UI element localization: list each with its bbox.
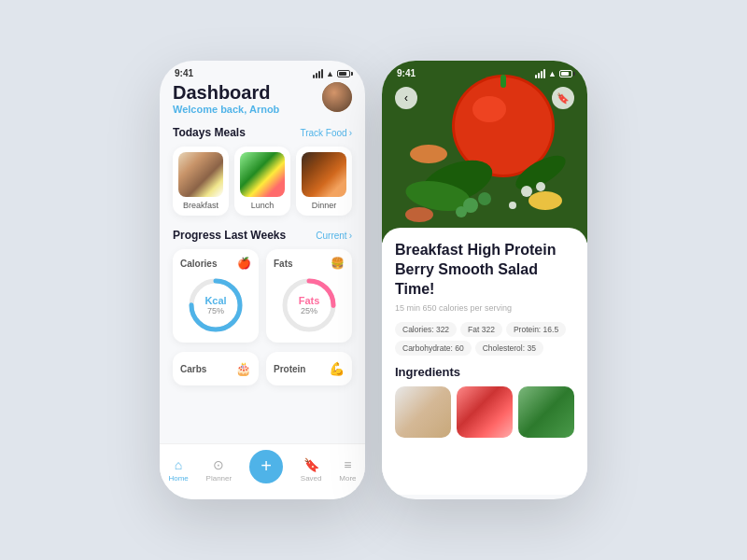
plus-icon: +: [261, 455, 272, 477]
bottom-nav: ⌂ Home ⊙ Planner + 🔖 Saved ≡ More: [160, 443, 365, 499]
calories-title: Calories: [180, 259, 217, 269]
nav-add-button[interactable]: +: [249, 450, 283, 483]
meals-section-header: Todays Meals Track Food ›: [173, 126, 352, 139]
nutrition-tag-carbs: Carbohydrate: 60: [395, 341, 472, 356]
right-phone: 9:41 ▲: [382, 61, 587, 499]
carbs-label: Carbs: [180, 364, 206, 374]
bookmark-icon: 🔖: [303, 457, 319, 472]
bookmark-save-icon: 🔖: [557, 92, 570, 105]
welcome-text: Welcome back, Arnob: [173, 104, 279, 115]
battery-right-icon: [559, 70, 572, 77]
svg-point-17: [536, 182, 545, 191]
fats-text: Fats 25%: [299, 295, 320, 315]
ingredient-img-1: [395, 386, 451, 438]
current-link[interactable]: Current ›: [316, 231, 352, 241]
calories-text: Kcal 75%: [204, 295, 226, 315]
lunch-label: Lunch: [240, 201, 285, 210]
recipe-hero-image: ‹ 🔖: [382, 61, 587, 243]
ingredients-title: Ingredients: [395, 365, 574, 379]
wifi-icon: ▲: [326, 69, 334, 78]
search-icon: ⊙: [213, 457, 224, 472]
apple-icon: 🍎: [237, 257, 251, 270]
status-icons: ▲: [313, 69, 350, 78]
avatar: [322, 82, 352, 112]
back-icon: ‹: [404, 91, 408, 105]
nav-planner[interactable]: ⊙ Planner: [206, 457, 233, 483]
dinner-image: [302, 152, 346, 197]
nutrition-tag-protein: Protein: 16.5: [506, 322, 566, 337]
dashboard-header: Dashboard Welcome back, Arnob: [173, 82, 352, 115]
track-food-link[interactable]: Track Food ›: [300, 128, 352, 138]
fats-label: Fats: [299, 295, 320, 306]
nav-saved[interactable]: 🔖 Saved: [301, 457, 322, 483]
kcal-label: Kcal: [204, 295, 226, 306]
breakfast-label: Breakfast: [178, 201, 223, 210]
nav-more-label: More: [339, 474, 356, 483]
battery-icon: [337, 70, 350, 77]
meal-card-dinner[interactable]: Dinner: [296, 147, 352, 216]
progress-section-header: Progress Last Weeks Current ›: [173, 229, 352, 242]
fats-percent: 25%: [299, 306, 320, 315]
breakfast-image: [178, 152, 223, 197]
calories-circle: Kcal 75%: [180, 275, 251, 335]
fats-card: Fats 🍔 Fats 25%: [266, 249, 352, 343]
svg-point-19: [478, 192, 491, 205]
svg-point-6: [455, 77, 552, 175]
dashboard-title: Dashboard: [173, 82, 279, 104]
wifi-right-icon: ▲: [548, 69, 557, 78]
fats-circle: Fats 25%: [274, 275, 345, 335]
chevron-right-icon2: ›: [349, 231, 352, 241]
nutrition-tag-cholesterol: Cholesterol: 35: [475, 341, 543, 356]
time-left: 9:41: [175, 68, 193, 78]
header-text: Dashboard Welcome back, Arnob: [173, 82, 279, 115]
status-bar-left: 9:41 ▲: [160, 61, 365, 82]
fats-title: Fats: [274, 259, 293, 269]
svg-point-16: [509, 202, 516, 209]
ingredient-img-3: [518, 386, 574, 438]
nav-saved-label: Saved: [301, 474, 322, 483]
calories-header: Calories 🍎: [180, 257, 251, 270]
kcal-percent: 75%: [204, 306, 226, 315]
nutrition-tag-calories: Calories: 322: [395, 322, 457, 337]
meal-cards: Breakfast Lunch Dinner: [173, 147, 352, 216]
nutrition-tags: Calories: 322 Fat 322 Protein: 16.5 Carb…: [395, 322, 574, 356]
recipe-meta: 15 min 650 calories per serving: [395, 303, 574, 313]
left-content: Dashboard Welcome back, Arnob Todays Mea…: [160, 82, 365, 465]
nav-more[interactable]: ≡ More: [339, 457, 356, 483]
meal-card-breakfast[interactable]: Breakfast: [173, 147, 229, 216]
protein-label: Protein: [274, 364, 305, 374]
status-icons-right: ▲: [535, 69, 572, 78]
chevron-right-icon: ›: [349, 128, 352, 138]
burger-icon: 🍔: [331, 257, 345, 270]
calories-card: Calories 🍎 Kcal 75%: [173, 249, 259, 343]
signal-icon: [313, 69, 323, 78]
svg-point-7: [472, 96, 506, 122]
nutrition-tag-fat: Fat 322: [460, 322, 502, 337]
back-button[interactable]: ‹: [395, 87, 417, 109]
recipe-content: Breakfast High Protein Berry Smooth Sala…: [382, 228, 587, 495]
time-right: 9:41: [397, 68, 416, 78]
carbs-card: Carbs 🎂: [173, 352, 259, 385]
svg-point-20: [456, 206, 467, 217]
nav-planner-label: Planner: [206, 474, 233, 483]
nav-home-label: Home: [168, 474, 188, 483]
muscle-icon: 💪: [329, 361, 345, 376]
nav-home[interactable]: ⌂ Home: [168, 457, 188, 483]
dinner-label: Dinner: [302, 201, 346, 210]
svg-point-12: [410, 145, 447, 163]
bookmark-button[interactable]: 🔖: [552, 87, 574, 109]
svg-point-14: [405, 207, 433, 222]
signal-right-icon: [535, 69, 545, 78]
left-phone: 9:41 ▲ Dashboard Welcome back, Arnob: [160, 61, 365, 499]
meal-card-lunch[interactable]: Lunch: [234, 147, 290, 216]
lunch-image: [240, 152, 285, 197]
meals-title: Todays Meals: [173, 126, 246, 139]
svg-point-15: [521, 186, 532, 197]
fats-header: Fats 🍔: [274, 257, 345, 270]
menu-icon: ≡: [344, 457, 351, 472]
svg-point-13: [529, 191, 562, 210]
progress-grid: Calories 🍎 Kcal 75% Fats: [173, 249, 352, 343]
ingredient-img-2: [457, 386, 513, 438]
home-icon: ⌂: [175, 457, 182, 472]
bottom-stats: Carbs 🎂 Protein 💪: [173, 352, 352, 385]
